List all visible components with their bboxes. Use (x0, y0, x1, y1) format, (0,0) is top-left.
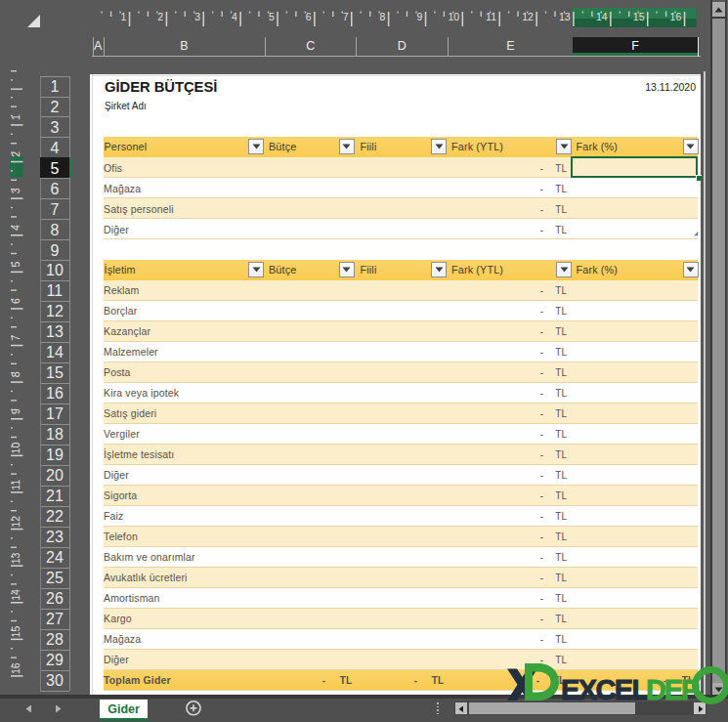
svg-text:16: 16 (10, 662, 21, 674)
svg-text:3: 3 (194, 11, 200, 22)
svg-text:2: 2 (10, 151, 21, 157)
svg-text:6: 6 (306, 11, 312, 22)
svg-text:11: 11 (10, 480, 21, 490)
svg-text:9: 9 (416, 11, 422, 22)
svg-text:13: 13 (10, 552, 21, 564)
svg-text:6: 6 (10, 298, 21, 304)
svg-text:5: 5 (269, 11, 275, 22)
svg-text:7: 7 (10, 335, 21, 341)
svg-text:14: 14 (10, 589, 21, 601)
svg-text:4: 4 (10, 225, 21, 231)
svg-text:10: 10 (10, 443, 21, 454)
svg-text:8: 8 (380, 11, 386, 22)
svg-text:10: 10 (448, 11, 459, 22)
svg-text:5: 5 (10, 262, 21, 268)
svg-text:DEP: DEP (646, 674, 700, 705)
svg-text:9: 9 (10, 408, 21, 414)
svg-text:2: 2 (157, 11, 163, 22)
svg-text:4: 4 (232, 11, 237, 22)
svg-text:13: 13 (559, 11, 571, 22)
svg-text:14: 14 (596, 11, 608, 22)
svg-text:15: 15 (633, 11, 645, 22)
svg-text:3: 3 (10, 188, 21, 193)
svg-text:8: 8 (10, 371, 21, 377)
svg-text:16: 16 (670, 11, 682, 22)
svg-text:1: 1 (120, 11, 126, 22)
svg-text:EXCEL: EXCEL (561, 674, 649, 705)
svg-text:1: 1 (10, 114, 21, 120)
svg-text:15: 15 (10, 626, 21, 638)
svg-text:11: 11 (486, 11, 496, 22)
svg-text:12: 12 (10, 516, 21, 528)
svg-text:12: 12 (522, 11, 534, 22)
svg-text:7: 7 (343, 11, 349, 22)
